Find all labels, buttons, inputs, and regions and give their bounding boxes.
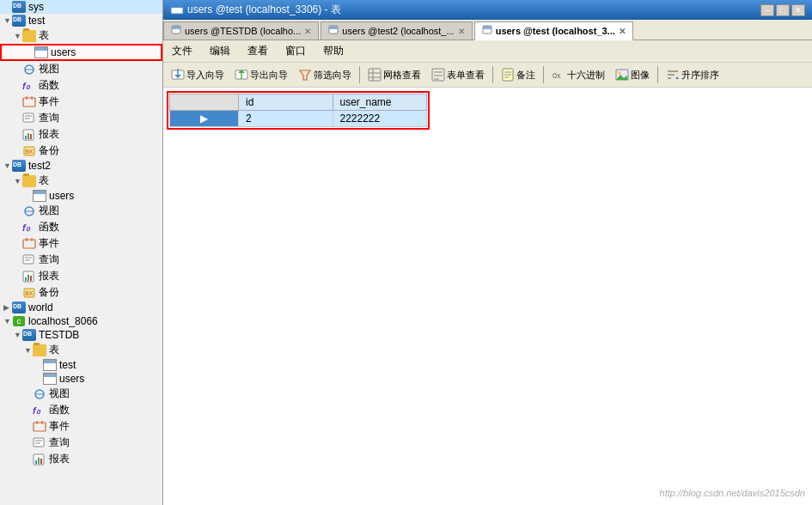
sidebar-item-testdb[interactable]: TESTDB	[0, 328, 162, 342]
sidebar-item-test[interactable]: test	[0, 14, 162, 27]
cell-username[interactable]: 2222222	[333, 111, 427, 127]
toolbar-grid[interactable]: 网格查看	[363, 65, 425, 84]
sidebar-item-test-hanshu[interactable]: f₀ 函数	[0, 77, 162, 94]
sidebar: sys test 表 users 视图 f₀ 函数 事件	[0, 0, 163, 505]
toolbar-image-label: 图像	[631, 69, 650, 82]
sidebar-item-testdb-users[interactable]: users	[0, 372, 162, 386]
func-icon-testdb: f₀	[33, 405, 46, 417]
sidebar-item-testdb-test[interactable]: test	[0, 358, 162, 372]
maximize-button[interactable]: □	[776, 4, 790, 16]
menu-view[interactable]: 查看	[242, 42, 273, 60]
toolbar-filter[interactable]: 筛选向导	[294, 65, 356, 84]
backup-icon: BK	[22, 145, 36, 157]
sidebar-item-test-shijian[interactable]: 事件	[0, 94, 162, 110]
sidebar-item-testdb-shijian[interactable]: 事件	[0, 418, 162, 435]
toolbar-sep-1	[359, 66, 360, 83]
event-icon-test2	[22, 238, 36, 250]
tab-label-0: users @TESTDB (localho...	[185, 26, 301, 36]
svg-rect-57	[369, 69, 381, 81]
sidebar-item-testdb-hanshu[interactable]: f₀ 函数	[0, 402, 162, 418]
sidebar-label-test2-shijian: 事件	[39, 236, 59, 251]
sidebar-label-test2: test2	[28, 160, 51, 172]
window-controls[interactable]: ─ □ ✕	[760, 4, 805, 16]
sidebar-item-test2-hanshu[interactable]: f₀ 函数	[0, 219, 162, 235]
svg-rect-10	[27, 133, 29, 139]
arrow-test	[3, 16, 12, 25]
sidebar-label-test-beifen: 备份	[39, 143, 59, 158]
toolbar-grid-label: 网格查看	[383, 69, 421, 82]
toolbar-import[interactable]: 导入向导	[167, 65, 229, 84]
menu-help[interactable]: 帮助	[318, 42, 349, 60]
db-icon-test	[12, 15, 26, 27]
minimize-button[interactable]: ─	[760, 4, 774, 16]
sidebar-item-test-biao[interactable]: 表	[0, 27, 162, 44]
svg-rect-40	[38, 458, 40, 464]
sidebar-item-test2-chaxun[interactable]: 查询	[0, 252, 162, 268]
sidebar-item-world[interactable]: world	[0, 301, 162, 314]
sidebar-item-test2-beifen[interactable]: BK 备份	[0, 284, 162, 301]
svg-rect-25	[30, 276, 32, 281]
tab-icon-0	[171, 25, 181, 37]
export-icon	[235, 68, 248, 82]
data-grid: id user_name ▶ 2 2222222	[169, 94, 427, 127]
menu-file[interactable]: 文件	[167, 42, 198, 60]
menu-bar: 文件 编辑 查看 窗口 帮助	[163, 40, 812, 63]
sidebar-label-test-baobiao: 报表	[39, 127, 59, 142]
tab-icon-1	[328, 25, 339, 37]
connection-icon-localhost8066: C	[12, 315, 26, 327]
sidebar-item-test-beifen[interactable]: BK 备份	[0, 143, 162, 159]
sidebar-item-test-baobiao[interactable]: 报表	[0, 126, 162, 143]
sidebar-item-test-chaxun[interactable]: 查询	[0, 110, 162, 126]
db-icon-testdb	[22, 329, 36, 341]
svg-rect-35	[34, 438, 44, 447]
sidebar-item-testdb-chaxun[interactable]: 查询	[0, 435, 162, 451]
sidebar-label-test-hanshu: 函数	[39, 78, 59, 93]
svg-point-71	[618, 71, 621, 75]
tab-label-2: users @test (localhost_3...	[496, 26, 615, 36]
sidebar-item-test2-shitu[interactable]: 视图	[0, 203, 162, 219]
folder-icon-test-biao	[22, 30, 36, 42]
sidebar-label-test2-beifen: 备份	[39, 285, 59, 300]
window-title-left: users @test (localhost_3306) - 表	[170, 3, 341, 17]
sidebar-item-test2-baobiao[interactable]: 报表	[0, 268, 162, 284]
svg-rect-39	[35, 460, 37, 464]
close-button[interactable]: ✕	[791, 4, 805, 16]
sidebar-label-testdb: TESTDB	[39, 329, 79, 341]
menu-edit[interactable]: 编辑	[205, 42, 235, 60]
cell-id[interactable]: 2	[239, 111, 333, 127]
toolbar-import-label: 导入向导	[186, 69, 224, 82]
toolbar: 导入向导 导出向导 筛选向导 网格查看 表单查看	[163, 63, 812, 88]
svg-rect-41	[40, 459, 42, 464]
tab-close-0[interactable]: ✕	[304, 27, 311, 36]
sidebar-item-test-users[interactable]: users	[0, 44, 162, 61]
sidebar-item-localhost8066[interactable]: C localhost_8066	[0, 314, 162, 328]
sidebar-label-sys: sys	[28, 1, 44, 13]
sidebar-item-sys[interactable]: sys	[0, 0, 162, 14]
tab-close-1[interactable]: ✕	[458, 27, 465, 36]
svg-marker-76	[675, 76, 679, 79]
toolbar-hex[interactable]: 0x 十六进制	[547, 65, 609, 84]
tab-close-2[interactable]: ✕	[619, 27, 626, 36]
menu-window[interactable]: 窗口	[280, 42, 311, 60]
table-row[interactable]: ▶ 2 2222222	[170, 111, 427, 127]
sidebar-item-test2-biao[interactable]: 表	[0, 173, 162, 189]
sidebar-item-test2-shijian[interactable]: 事件	[0, 235, 162, 252]
toolbar-form[interactable]: 表单查看	[427, 65, 489, 84]
sidebar-item-testdb-biao[interactable]: 表	[0, 342, 162, 358]
data-grid-container[interactable]: id user_name ▶ 2 2222222	[163, 88, 812, 505]
sidebar-item-test2[interactable]: test2	[0, 159, 162, 173]
toolbar-note-label: 备注	[516, 69, 535, 82]
toolbar-note[interactable]: 备注	[497, 65, 540, 84]
toolbar-export[interactable]: 导出向导	[230, 65, 292, 84]
toolbar-sort[interactable]: 升序排序	[662, 65, 723, 84]
tab-0[interactable]: users @TESTDB (localho... ✕	[163, 21, 319, 40]
db-icon-test2	[12, 160, 26, 172]
tab-1[interactable]: users @test2 (localhost_... ✕	[321, 21, 472, 40]
sidebar-item-testdb-shitu[interactable]: 视图	[0, 386, 162, 402]
sidebar-item-test-shitu[interactable]: 视图	[0, 61, 162, 77]
sidebar-item-test2-users[interactable]: users	[0, 189, 162, 203]
tab-2[interactable]: users @test (localhost_3... ✕	[474, 21, 633, 40]
toolbar-image[interactable]: 图像	[611, 65, 654, 84]
sidebar-item-testdb-baobiao[interactable]: 报表	[0, 451, 162, 467]
window-title-text: users @test (localhost_3306) - 表	[187, 3, 341, 17]
